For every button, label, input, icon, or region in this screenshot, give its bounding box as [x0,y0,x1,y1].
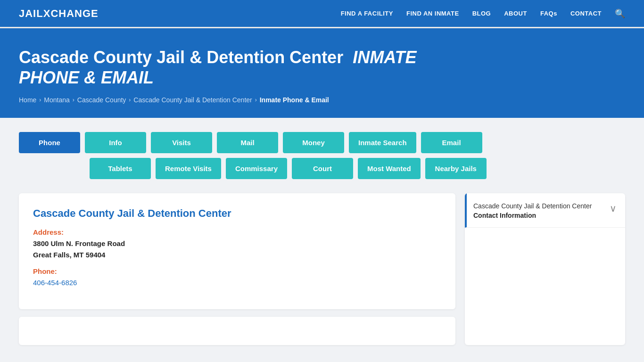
chevron-down-icon: ∨ [610,203,617,214]
content-grid: Cascade County Jail & Detention Center A… [19,193,625,345]
breadcrumb-sep-4: › [255,97,257,103]
phone-link[interactable]: 406-454-6826 [33,279,77,287]
address-line-1: 3800 Ulm N. Frontage Road [33,239,125,247]
nav-about[interactable]: ABOUT [504,10,527,17]
page-title: Cascade County Jail & Detention Center I… [19,47,443,88]
tab-money[interactable]: Money [283,132,344,153]
tab-commissary[interactable]: Commissary [226,158,287,179]
tab-remote-visits[interactable]: Remote Visits [156,158,221,179]
hero-section: Cascade County Jail & Detention Center I… [0,28,644,118]
tabs-row-2: Tablets Remote Visits Commissary Court M… [19,158,625,179]
tab-mail[interactable]: Mail [217,132,278,153]
logo-jail-text: JAIL [19,8,43,19]
breadcrumb-cascade-county[interactable]: Cascade County [77,96,126,104]
address-line-2: Great Falls, MT 59404 [33,251,105,259]
phone-value: 406-454-6826 [33,277,441,288]
breadcrumb-sep-3: › [129,97,131,103]
site-header: JAILXCHANGE FIND A FACILITY FIND AN INMA… [0,0,644,28]
tab-info[interactable]: Info [85,132,146,153]
tab-inmate-search[interactable]: Inmate Search [349,132,416,153]
tab-nearby-jails[interactable]: Nearby Jails [425,158,487,179]
logo-exchange-text: CHANGE [50,8,98,19]
breadcrumb-current: Inmate Phone & Email [260,96,329,104]
sidebar-item-text: Cascade County Jail & Detention Center C… [473,202,592,220]
tab-court[interactable]: Court [292,158,353,179]
phone-label: Phone: [33,267,441,275]
tab-most-wanted[interactable]: Most Wanted [358,158,421,179]
nav-find-inmate[interactable]: FIND AN INMATE [406,10,459,17]
breadcrumb-montana[interactable]: Montana [44,96,69,104]
nav-find-facility[interactable]: FIND A FACILITY [341,10,393,17]
breadcrumb: Home › Montana › Cascade County › Cascad… [19,96,625,104]
page-title-main: Cascade County Jail & Detention Center [19,48,343,67]
address-label: Address: [33,228,441,236]
sidebar-item-subtitle: Contact Information [473,211,592,221]
tab-phone[interactable]: Phone [19,132,80,153]
address-value: 3800 Ulm N. Frontage Road Great Falls, M… [33,238,441,261]
logo-x-text: X [43,8,51,19]
breadcrumb-facility[interactable]: Cascade County Jail & Detention Center [133,96,252,104]
site-logo[interactable]: JAILXCHANGE [19,8,99,20]
nav-blog[interactable]: BLOG [472,10,491,17]
facility-name: Cascade County Jail & Detention Center [33,207,441,220]
tab-tablets[interactable]: Tablets [90,158,151,179]
nav-contact[interactable]: CONTACT [570,10,602,17]
facility-info-card: Cascade County Jail & Detention Center A… [19,193,455,309]
tab-visits[interactable]: Visits [151,132,212,153]
sidebar-item-title: Cascade County Jail & Detention Center [473,202,592,211]
main-content: Phone Info Visits Mail Money Inmate Sear… [0,118,644,359]
breadcrumb-sep-1: › [39,97,41,103]
search-icon-button[interactable]: 🔍 [615,8,625,19]
tabs-row-1: Phone Info Visits Mail Money Inmate Sear… [19,132,625,153]
sidebar-card: Cascade County Jail & Detention Center C… [465,193,625,345]
tab-email[interactable]: Email [421,132,482,153]
tabs-container: Phone Info Visits Mail Money Inmate Sear… [19,132,625,179]
sidebar-contact-info-item[interactable]: Cascade County Jail & Detention Center C… [465,193,625,227]
main-nav: FIND A FACILITY FIND AN INMATE BLOG ABOU… [341,8,625,19]
nav-faqs[interactable]: FAQs [540,10,557,17]
breadcrumb-sep-2: › [73,97,74,103]
left-column: Cascade County Jail & Detention Center A… [19,193,455,345]
secondary-info-card [19,317,455,345]
breadcrumb-home[interactable]: Home [19,96,36,104]
